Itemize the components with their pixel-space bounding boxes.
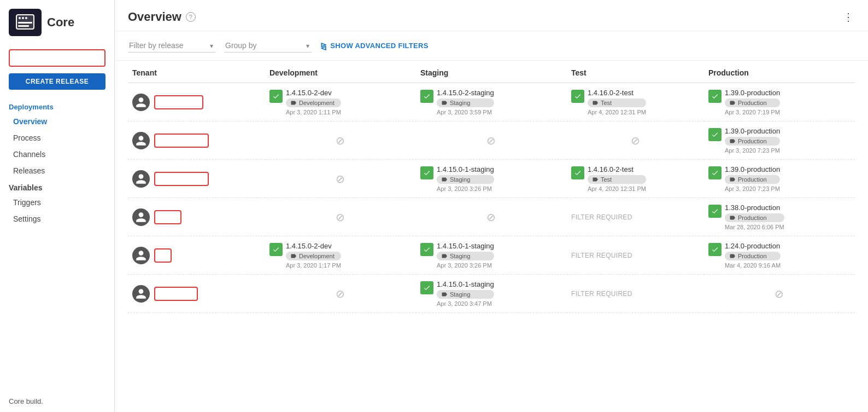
help-icon[interactable]: ? bbox=[186, 12, 196, 22]
avatar bbox=[132, 285, 150, 303]
check-icon bbox=[708, 243, 722, 256]
tenant-name-box[interactable] bbox=[154, 287, 198, 301]
table-container: Tenant Development Staging Test Producti… bbox=[115, 61, 868, 412]
deploy-version: 1.4.15.0-1-staging bbox=[437, 280, 494, 288]
deploy-cell[interactable]: 1.4.15.0-2-dev Development Apr 3, 2020 1… bbox=[265, 236, 416, 275]
deploy-info: 1.4.15.0-1-staging Staging Apr 3, 2020 3… bbox=[437, 242, 494, 269]
no-deploy-cell: ⊘ bbox=[265, 198, 416, 236]
deploy-cell[interactable]: 1.39.0-production Production Apr 3, 2020… bbox=[704, 121, 855, 160]
main-header: Overview ? ⋮ bbox=[115, 0, 868, 31]
tenant-name-box[interactable] bbox=[154, 210, 181, 224]
sidebar-item-overview[interactable]: Overview bbox=[0, 113, 114, 130]
deploy-cell[interactable]: 1.39.0-production Production Apr 3, 2020… bbox=[704, 83, 855, 121]
page-title: Overview bbox=[128, 10, 181, 24]
app-logo-icon bbox=[9, 9, 42, 36]
group-by-wrapper: Group by ▾ bbox=[224, 39, 312, 53]
deploy-info: 1.39.0-production Production Apr 3, 2020… bbox=[725, 89, 780, 115]
deploy-tag: Development bbox=[286, 252, 341, 260]
deploy-cell[interactable]: 1.39.0-production Production Apr 3, 2020… bbox=[704, 160, 855, 198]
deploy-cell[interactable]: 1.4.16.0-2-test Test Apr 4, 2020 12:31 P… bbox=[567, 83, 704, 121]
deploy-version: 1.38.0-production bbox=[725, 204, 784, 212]
create-release-button[interactable]: CREATE RELEASE bbox=[9, 73, 105, 90]
check-icon bbox=[269, 90, 283, 103]
deploy-tag: Staging bbox=[437, 98, 494, 107]
check-icon bbox=[708, 128, 722, 141]
deploy-date: Mar 28, 2020 6:06 PM bbox=[725, 224, 784, 230]
deploy-version: 1.4.15.0-1-staging bbox=[437, 242, 494, 250]
sidebar-item-channels[interactable]: Channels bbox=[0, 146, 114, 163]
tenant-name-box[interactable] bbox=[154, 172, 209, 186]
deploy-info: 1.4.15.0-2-staging Staging Apr 3, 2020 3… bbox=[437, 89, 494, 115]
main-content: Overview ? ⋮ Filter by release ▾ Group b… bbox=[115, 0, 868, 412]
deploy-tag: Production bbox=[725, 252, 781, 260]
tenant-cell bbox=[128, 121, 265, 160]
tenant-name-box[interactable] bbox=[154, 134, 209, 148]
tenant-name-box[interactable] bbox=[154, 95, 203, 109]
sidebar-logo: Core bbox=[0, 0, 114, 45]
no-deploy-cell: ⊘ bbox=[704, 275, 855, 313]
filter-by-release-wrapper: Filter by release ▾ bbox=[128, 39, 215, 53]
deploy-date: Apr 3, 2020 1:17 PM bbox=[286, 262, 341, 269]
filter-icon: ⧎ bbox=[320, 42, 327, 50]
deploy-date: Apr 3, 2020 3:59 PM bbox=[437, 109, 494, 115]
table-row: ⊘ 1.4.15.0-1-staging Staging Apr 3, 2020… bbox=[128, 275, 855, 313]
sidebar-item-triggers[interactable]: Triggers bbox=[0, 194, 114, 211]
deploy-tag: Staging bbox=[437, 175, 494, 184]
sidebar-footer: Core build. bbox=[0, 391, 114, 412]
no-deploy-cell: ⊘ bbox=[416, 121, 567, 160]
deploy-cell[interactable]: 1.4.15.0-2-staging Staging Apr 3, 2020 3… bbox=[416, 83, 567, 121]
sidebar-item-variables[interactable]: Variables bbox=[0, 179, 114, 194]
deploy-cell[interactable]: 1.4.15.0-1-staging Staging Apr 3, 2020 3… bbox=[416, 236, 567, 275]
deploy-info: 1.4.15.0-2-dev Development Apr 3, 2020 1… bbox=[286, 89, 341, 115]
tenant-cell bbox=[128, 236, 265, 275]
check-icon bbox=[708, 205, 722, 218]
col-header-test: Test bbox=[567, 61, 704, 83]
sidebar-item-settings[interactable]: Settings bbox=[0, 211, 114, 227]
deploy-tag: Staging bbox=[437, 252, 494, 260]
filter-by-release-dropdown[interactable]: Filter by release bbox=[128, 39, 215, 53]
col-header-staging: Staging bbox=[416, 61, 567, 83]
deploy-version: 1.4.15.0-2-staging bbox=[437, 89, 494, 97]
check-icon bbox=[269, 243, 283, 256]
deploy-version: 1.4.15.0-1-staging bbox=[437, 165, 494, 173]
filter-required-cell: FILTER REQUIRED bbox=[567, 198, 704, 236]
deploy-cell[interactable]: 1.4.15.0-1-staging Staging Apr 3, 2020 3… bbox=[416, 160, 567, 198]
tenant-name-box[interactable] bbox=[154, 248, 172, 263]
title-row: Overview ? bbox=[128, 10, 196, 24]
deploy-date: Apr 3, 2020 3:26 PM bbox=[437, 185, 494, 192]
deploy-cell[interactable]: 1.4.15.0-2-dev Development Apr 3, 2020 1… bbox=[265, 83, 416, 121]
deploy-version: 1.24.0-production bbox=[725, 242, 781, 250]
check-icon bbox=[420, 281, 433, 294]
check-icon bbox=[708, 90, 722, 103]
svg-point-3 bbox=[22, 17, 24, 19]
svg-point-2 bbox=[19, 17, 21, 19]
deploy-tag: Test bbox=[588, 175, 646, 184]
check-icon bbox=[708, 166, 722, 179]
deploy-cell[interactable]: 1.24.0-production Production Mar 4, 2020… bbox=[704, 236, 855, 275]
check-icon bbox=[571, 90, 584, 103]
deploy-date: Mar 4, 2020 9:16 AM bbox=[725, 262, 781, 269]
show-advanced-filters-button[interactable]: ⧎ SHOW ADVANCED FILTERS bbox=[320, 42, 429, 50]
group-by-dropdown[interactable]: Group by bbox=[224, 39, 312, 53]
deploy-cell[interactable]: 1.4.15.0-1-staging Staging Apr 3, 2020 3… bbox=[416, 275, 567, 313]
deploy-info: 1.39.0-production Production Apr 3, 2020… bbox=[725, 165, 780, 192]
deploy-cell[interactable]: 1.38.0-production Production Mar 28, 202… bbox=[704, 198, 855, 236]
deploy-info: 1.24.0-production Production Mar 4, 2020… bbox=[725, 242, 781, 269]
table-row: ⊘ ⊘ ⊘ 1.39.0-production Production Apr 3… bbox=[128, 121, 855, 160]
deployments-section-label: Deployments bbox=[0, 98, 114, 113]
overview-table: Tenant Development Staging Test Producti… bbox=[128, 61, 855, 313]
deploy-version: 1.39.0-production bbox=[725, 127, 780, 135]
avatar bbox=[132, 170, 150, 188]
deploy-date: Apr 4, 2020 12:31 PM bbox=[588, 109, 646, 115]
check-icon bbox=[571, 166, 584, 179]
sidebar-item-process[interactable]: Process bbox=[0, 130, 114, 146]
check-icon bbox=[420, 243, 433, 256]
no-deploy-cell: ⊘ bbox=[416, 198, 567, 236]
sidebar-item-releases[interactable]: Releases bbox=[0, 163, 114, 179]
deploy-cell[interactable]: 1.4.16.0-2-test Test Apr 4, 2020 12:31 P… bbox=[567, 160, 704, 198]
svg-rect-6 bbox=[18, 25, 29, 27]
more-options-icon[interactable]: ⋮ bbox=[843, 10, 855, 24]
deploy-info: 1.4.15.0-1-staging Staging Apr 3, 2020 3… bbox=[437, 280, 494, 307]
no-deploy-cell: ⊘ bbox=[265, 275, 416, 313]
filter-required-cell: FILTER REQUIRED bbox=[567, 275, 704, 313]
